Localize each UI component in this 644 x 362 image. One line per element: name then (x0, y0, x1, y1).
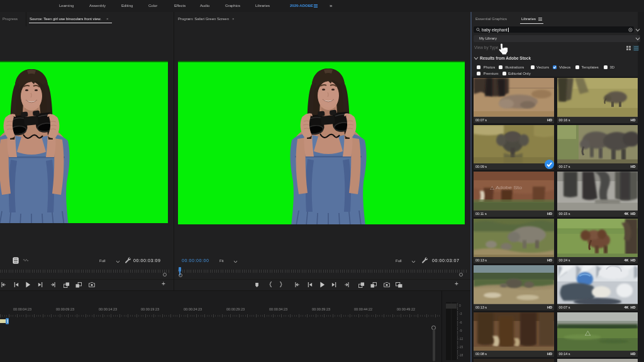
svg-text:△: △ (585, 329, 591, 336)
svg-text:△ Adobe Sto: △ Adobe Sto (490, 185, 522, 190)
